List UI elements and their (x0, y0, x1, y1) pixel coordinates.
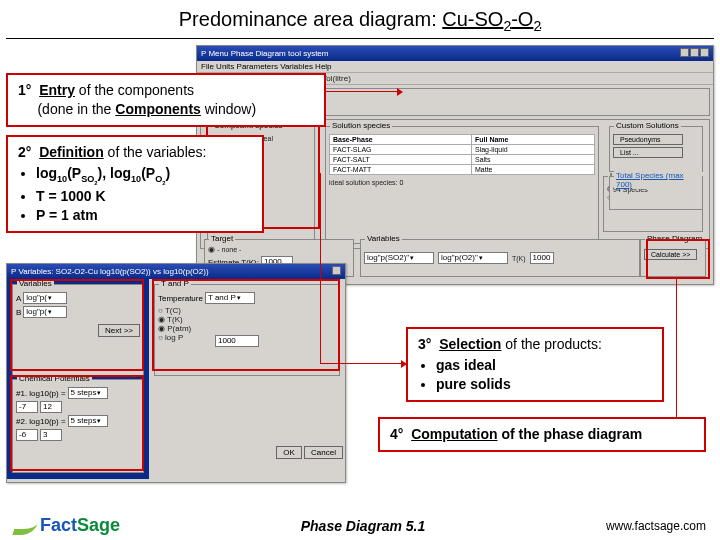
dlg-chem-group: Chemical Potentials #1. log10(p) =5 step… (12, 379, 144, 473)
dlg-patm[interactable]: P(atm) (158, 324, 336, 333)
pseudonyms-btn[interactable]: Pseudonyms (613, 134, 683, 145)
divider (6, 38, 714, 39)
dlg-tp-group: T and P TemperatureT and P T(C) T(K) P(a… (154, 284, 340, 376)
calculate-button[interactable]: Calculate >> (644, 249, 697, 260)
dlg-tc[interactable]: T(C) (158, 306, 336, 315)
dialog-titlebar: P Variables: SO2-O2-Cu log10(p(SO2)) vs … (7, 264, 345, 279)
phase-diagram-group: Phase Diagram Calculate >> (640, 239, 706, 277)
solution-species: Solution species Base-PhaseFull Name FAC… (325, 126, 599, 244)
variables-bar: Variables log"p(SO2)" log"p(O2)" T(K)100… (360, 239, 640, 277)
connector-3 (320, 173, 321, 363)
products-group: Products Compound species gas ○ ideal ○ … (200, 119, 710, 249)
chem2-steps[interactable]: 5 steps (68, 415, 108, 427)
dlg-vars-group: Variables Alog"p( Blog"p( Next >> (12, 284, 144, 376)
window-buttons[interactable] (679, 48, 709, 59)
slide-stage: P Menu Phase Diagram tool system File Un… (6, 43, 714, 483)
vars-T[interactable]: 1000 (530, 252, 554, 264)
target-none[interactable]: - none - (208, 245, 350, 254)
dlg-next[interactable]: Next >> (98, 324, 140, 337)
chem2-max[interactable]: 3 (40, 429, 62, 441)
main-menubar[interactable]: File Units Parameters Variables Help (197, 61, 713, 73)
list-btn[interactable]: List ... (613, 147, 683, 158)
total-species: Total Species (max 700) 94 Species (609, 176, 703, 210)
dlg-temp-val[interactable]: 1000 (215, 335, 259, 347)
chem1-steps[interactable]: 5 steps (68, 387, 108, 399)
ideal-sol: ideal solution species: 0 (329, 179, 595, 186)
chem1-max[interactable]: 12 (40, 401, 62, 413)
connector-4 (676, 279, 677, 417)
variables-dialog: P Variables: SO2-O2-Cu log10(p(SO2)) vs … (6, 263, 346, 483)
dlg-tk[interactable]: T(K) (158, 315, 336, 324)
chem2-min[interactable]: -6 (16, 429, 38, 441)
slide-title: Predominance area diagram: Cu-SO2-O2 (0, 0, 720, 38)
chem1-min[interactable]: -7 (16, 401, 38, 413)
callout-3: 3° Selection of the products: gas ideal … (406, 327, 664, 402)
dlg-temp-drop[interactable]: T and P (205, 292, 255, 304)
footer: FactSage Phase Diagram 5.1 www.factsage.… (0, 515, 720, 536)
dialog-close[interactable] (331, 266, 341, 277)
footer-center: Phase Diagram 5.1 (301, 518, 426, 534)
callout-2: 2° Definition of the variables: log10(PS… (6, 135, 264, 233)
dlg-a[interactable]: log"p( (23, 292, 67, 304)
logo: FactSage (14, 515, 120, 536)
footer-link[interactable]: www.factsage.com (606, 519, 706, 533)
var-a[interactable]: log"p(SO2)" (364, 252, 434, 264)
dlg-cancel[interactable]: Cancel (304, 446, 343, 459)
callout-4: 4° Computation of the phase diagram (378, 417, 706, 452)
dlg-b[interactable]: log"p( (23, 306, 67, 318)
custom-solutions: Custom Solutions Pseudonyms List ... (609, 126, 703, 172)
callout-1: 1° Entry of the components (done in the … (6, 73, 326, 127)
main-titlebar: P Menu Phase Diagram tool system (197, 46, 713, 61)
dlg-ok[interactable]: OK (276, 446, 302, 459)
var-b[interactable]: log"p(O2)" (438, 252, 508, 264)
